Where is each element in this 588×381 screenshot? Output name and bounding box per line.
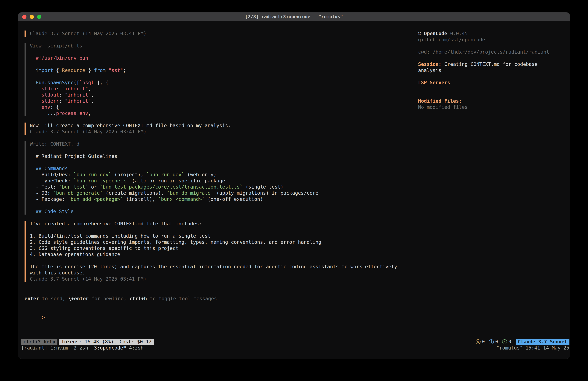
text-segment: Session:: [418, 61, 441, 67]
text-segment: ([: [74, 80, 79, 85]
text-segment: for newline,: [89, 296, 129, 301]
text-segment: `bun run dev`: [74, 172, 111, 178]
text-segment: © OpenCode: [418, 31, 447, 36]
text-line: LSP Servers: [418, 80, 568, 86]
text-segment: 4:zsh: [129, 345, 144, 351]
text-line: [418, 55, 568, 61]
text-line: - DB: `bun db generate` (create migratio…: [30, 190, 404, 196]
text-segment: to send,: [39, 296, 68, 301]
info-count: 0: [495, 339, 498, 345]
text-segment: "inherit": [62, 86, 88, 91]
text-segment: ctrl+h: [129, 296, 147, 301]
prompt-input[interactable]: >: [24, 308, 566, 314]
text-segment: - Test:: [30, 184, 59, 190]
text-segment: ;: [123, 67, 126, 73]
text-line: - Test: `bun test` or `bun test packages…: [30, 184, 404, 190]
text-segment: [30, 86, 42, 91]
window-titlebar: [2/3] radiant:3:opencode - "romulus": [18, 12, 570, 21]
traffic-lights: [22, 12, 41, 21]
text-line: [418, 92, 568, 98]
text-line: ...process.env,: [30, 110, 404, 116]
text-segment: `bun db generate`: [53, 190, 103, 196]
text-line: Modified Files:: [418, 98, 568, 104]
text-segment: [106, 67, 109, 73]
text-segment: `bun db migrate`: [167, 190, 213, 196]
text-line: I've created a comprehensive CONTEXT.md …: [30, 221, 404, 227]
text-line: [30, 227, 404, 233]
text-line: Bun.spawnSync([`psql`], {: [30, 80, 404, 86]
text-line: Claude 3.7 Sonnet (14 May 2025 03:41 PM): [30, 30, 404, 37]
text-line: stderr: "inherit",: [30, 98, 404, 104]
text-segment: from: [94, 67, 105, 73]
tmux-window-list[interactable]: [radiant] 1:nvim 2:zsh- 3:opencode* 4:zs…: [21, 345, 144, 351]
hint-count: 0: [508, 339, 511, 345]
text-line: No modified files: [418, 104, 568, 110]
text-segment: 2:zsh-: [74, 345, 94, 351]
minimize-button[interactable]: [30, 15, 34, 19]
window-bottom-padding: [18, 351, 570, 359]
text-segment: (apply migrations) in packages/core: [213, 190, 318, 196]
text-line: [30, 147, 404, 153]
text-segment: stdout: [42, 92, 59, 98]
text-segment: `bun add <package>`: [68, 196, 123, 202]
text-segment: - TypeCheck:: [30, 178, 74, 183]
text-segment: :: [59, 98, 65, 104]
text-line: stdout: "inherit",: [30, 92, 404, 98]
text-line: [418, 43, 568, 49]
text-segment: }: [85, 67, 94, 73]
warning-icon: W: [476, 339, 481, 344]
text-line: - Build/Dev: `bun run dev` (project), `b…: [30, 172, 404, 178]
text-line: #!/usr/bin/env bun: [30, 55, 404, 61]
text-segment: [radiant]: [21, 345, 50, 351]
help-chip[interactable]: ctrl+? help: [21, 339, 58, 345]
diagnostic-warnings: W 0: [476, 339, 485, 345]
text-segment: github.com/sst/opencode: [418, 37, 485, 43]
text-segment: 4. Database operations guidance: [30, 251, 120, 257]
text-segment: - Build/Dev:: [30, 172, 74, 178]
text-line: [30, 49, 404, 55]
text-segment: (project),: [111, 172, 147, 178]
text-line: [418, 73, 568, 80]
text-segment: import: [36, 67, 53, 73]
text-segment: [30, 104, 42, 110]
text-segment: (install),: [123, 196, 158, 202]
model-chip: Claude 3.7 Sonnet: [516, 339, 569, 345]
text-line: env: {: [30, 104, 404, 110]
text-segment: [30, 209, 36, 214]
terminal-content: Claude 3.7 Sonnet (14 May 2025 03:41 PM)…: [18, 21, 570, 339]
text-segment: (create migrations),: [103, 190, 167, 196]
text-segment: analysis: [418, 67, 441, 73]
text-line: The file is concise (20 lines) and captu…: [30, 264, 404, 270]
text-segment: # Radiant Project Guidelines: [30, 153, 117, 159]
text-line: # Radiant Project Guidelines: [30, 153, 404, 159]
tokens-chip: Tokens: 16.4K (8%), Cost: $0.12: [59, 339, 154, 345]
text-segment: I've created a comprehensive CONTEXT.md …: [30, 221, 202, 226]
zoom-button[interactable]: [37, 15, 41, 19]
text-segment: Resource: [62, 67, 85, 73]
text-line: [30, 159, 404, 165]
text-line: analysis: [418, 67, 568, 73]
window-title: [2/3] radiant:3:opencode - "romulus": [245, 14, 343, 19]
close-button[interactable]: [22, 15, 26, 19]
text-segment: ...: [30, 111, 56, 116]
text-line: 1. Build/lint/test commands including ho…: [30, 233, 404, 239]
text-segment: ## Code Style: [36, 209, 74, 214]
text-segment: {: [53, 67, 62, 73]
text-segment: env: [42, 104, 50, 110]
message-block: Now I'll create a comprehensive CONTEXT.…: [24, 123, 404, 135]
tool-block-view: View: script/db.ts #!/usr/bin/env bun im…: [24, 43, 404, 116]
text-line: 3. CSS styling conventions specific to t…: [30, 245, 404, 251]
text-segment: enter: [24, 296, 39, 301]
text-segment: 2. Code style guidelines covering import…: [30, 239, 321, 245]
text-line: - TypeCheck: `bun run typecheck` (all) o…: [30, 178, 404, 184]
text-segment: to toggle tool messages: [147, 296, 217, 301]
text-line: import { Resource } from "sst";: [30, 67, 404, 73]
text-line: cwd: /home/thdxr/dev/projects/radiant/ra…: [418, 49, 568, 55]
text-segment: (web only): [184, 172, 216, 178]
text-line: Claude 3.7 Sonnet (14 May 2025 03:41 PM): [30, 129, 404, 135]
text-segment: "sst": [109, 67, 123, 73]
tool-block-write: Write: CONTEXT.md # Radiant Project Guid…: [24, 141, 404, 215]
text-line: ## Commands: [30, 165, 404, 172]
tmux-session-info: "romulus" 15:41 14-May-25: [496, 345, 569, 351]
text-segment: "inherit": [65, 98, 91, 104]
